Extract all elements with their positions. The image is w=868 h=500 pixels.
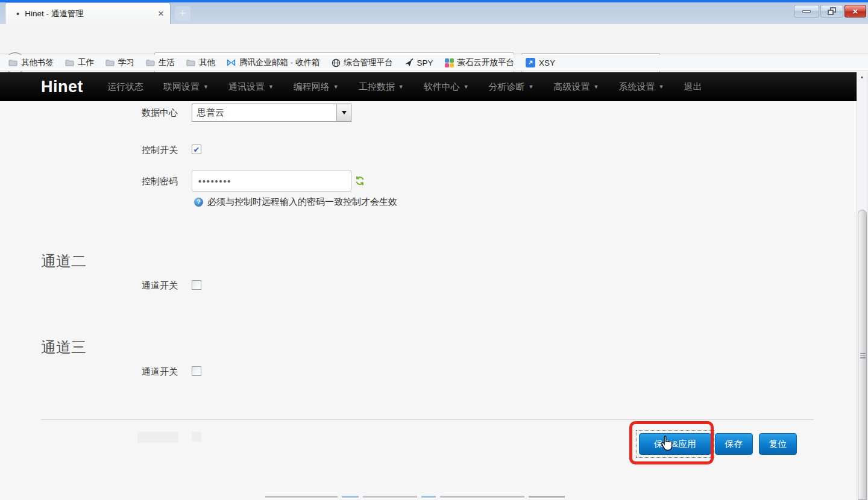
minimize-icon: [802, 10, 811, 13]
control-switch-row: 控制开关 ✔: [41, 145, 201, 156]
ghost-artifact: [192, 432, 201, 442]
nav-item-logout[interactable]: 退出: [684, 81, 702, 93]
folder-icon: [8, 59, 17, 67]
close-button[interactable]: ×: [844, 5, 866, 17]
data-center-label: 数据中心: [41, 107, 178, 119]
browser-window: • Hinet - 通道管理 × + × ← → × 192.168.9.99/…: [0, 0, 868, 500]
bookmark-folder-misc[interactable]: 其他: [186, 57, 215, 68]
bookmark-xsy[interactable]: XSY: [526, 58, 555, 67]
plane-icon: [404, 58, 414, 67]
password-help-text: 必须与控制时远程输入的密码一致控制才会生效: [207, 196, 397, 208]
nav-item-software-center[interactable]: 软件中心▼: [424, 81, 469, 93]
page-content: 数据中心 思普云 控制开关 ✔ 控制密码 •••••••• ? 必须与控制时远程…: [0, 101, 857, 500]
select-dropdown-button[interactable]: [336, 104, 351, 121]
site-navbar: Hinet 运行状态 联网设置▼ 通讯设置▼ 编程网络▼ 工控数据▼ 软件中心▼…: [0, 72, 857, 101]
footer-partial-text: [265, 496, 615, 500]
window-controls: ×: [794, 5, 866, 17]
minimize-button[interactable]: [794, 5, 819, 17]
divider: [41, 419, 814, 420]
new-tab-button[interactable]: +: [175, 6, 190, 20]
scrollbar-thumb[interactable]: [858, 210, 867, 500]
caret-down-icon: ▼: [398, 84, 404, 90]
nav-item-system-settings[interactable]: 系统设置▼: [618, 81, 664, 93]
reset-button[interactable]: 复位: [759, 433, 797, 455]
tab-close-icon[interactable]: ×: [158, 8, 164, 19]
save-button[interactable]: 保存: [715, 433, 753, 455]
browser-tab[interactable]: • Hinet - 通道管理 ×: [5, 2, 171, 24]
bookmark-tencent-mail[interactable]: 腾讯企业邮箱 - 收件箱: [227, 57, 320, 68]
control-password-row: 控制密码 ••••••••: [41, 170, 365, 192]
caret-down-icon: ▼: [658, 84, 664, 90]
channel2-switch-label: 通道开关: [41, 280, 178, 292]
ghost-artifact: [137, 432, 178, 443]
scroll-up-arrow-icon[interactable]: ▲: [857, 72, 867, 82]
restore-button[interactable]: [820, 5, 843, 17]
caret-down-icon: ▼: [268, 84, 274, 90]
nav-item-network-settings[interactable]: 联网设置▼: [163, 81, 209, 93]
bookmark-management-platform[interactable]: 综合管理平台: [332, 57, 393, 68]
bookmarks-bar: 其他书签 工作 学习 生活 其他 腾讯企业邮箱 - 收件箱 综合管理平台 SPY…: [0, 55, 868, 71]
channel3-heading: 通道三: [41, 337, 86, 357]
channel3-switch-row: 通道开关: [41, 366, 201, 378]
control-password-input[interactable]: ••••••••: [192, 170, 351, 192]
bookmark-spy[interactable]: SPY: [404, 58, 433, 67]
bookmark-folder-work[interactable]: 工作: [65, 57, 94, 68]
close-icon: ×: [853, 7, 858, 16]
nav-item-advanced-settings[interactable]: 高级设置▼: [554, 81, 599, 93]
data-center-row: 数据中心 思普云: [41, 104, 351, 122]
channel3-switch-label: 通道开关: [41, 366, 178, 378]
triangle-down-icon: [342, 111, 347, 114]
vertical-scrollbar[interactable]: ▲: [857, 72, 867, 500]
bookmark-ezviz-platform[interactable]: 萤石云开放平台: [445, 57, 515, 68]
caret-down-icon: ▼: [333, 84, 339, 90]
nav-item-run-status[interactable]: 运行状态: [107, 81, 143, 93]
folder-icon: [146, 59, 155, 67]
data-center-select[interactable]: 思普云: [192, 104, 351, 122]
navigation-toolbar: ← → × 192.168.9.99/cgi-bin/luci/;stok=48…: [0, 24, 868, 54]
arrow-square-icon: [526, 58, 535, 67]
bookmark-folder-study[interactable]: 学习: [105, 57, 134, 68]
caret-down-icon: ▼: [203, 84, 209, 90]
folder-icon: [65, 59, 74, 67]
nav-item-industrial-data[interactable]: 工控数据▼: [359, 81, 404, 93]
caret-down-icon: ▼: [594, 84, 599, 90]
nav-item-comm-settings[interactable]: 通讯设置▼: [228, 81, 274, 93]
scrollbar-grip-icon: [860, 353, 866, 360]
mail-bowtie-icon: [227, 58, 236, 67]
color-grid-icon: [445, 58, 454, 67]
control-switch-checkbox[interactable]: ✔: [192, 145, 201, 154]
folder-icon: [105, 59, 115, 67]
channel2-switch-row: 通道开关: [41, 280, 201, 292]
site-logo[interactable]: Hinet: [41, 78, 83, 96]
control-password-label: 控制密码: [41, 170, 178, 187]
bookmark-folder-other-bookmarks[interactable]: 其他书签: [8, 57, 54, 68]
password-help-row: ? 必须与控制时远程输入的密码一致控制才会生效: [194, 196, 397, 208]
channel2-heading: 通道二: [41, 251, 86, 271]
tab-favicon-dot: •: [16, 9, 19, 18]
folder-icon: [186, 59, 195, 67]
caret-down-icon: ▼: [529, 84, 534, 90]
hand-cursor-icon: [659, 434, 674, 454]
nav-item-programming-network[interactable]: 编程网络▼: [294, 81, 339, 93]
help-icon: ?: [194, 198, 203, 207]
channel2-switch-checkbox[interactable]: [192, 280, 201, 290]
tab-title: Hinet - 通道管理: [25, 8, 153, 19]
control-switch-label: 控制开关: [41, 145, 178, 156]
globe-icon: [332, 58, 341, 67]
caret-down-icon: ▼: [464, 84, 469, 90]
channel3-switch-checkbox[interactable]: [192, 366, 201, 376]
bookmark-folder-life[interactable]: 生活: [146, 57, 175, 68]
generate-password-icon[interactable]: [355, 170, 365, 188]
nav-item-diagnostics[interactable]: 分析诊断▼: [489, 81, 534, 93]
tab-bar: • Hinet - 通道管理 × + ×: [0, 2, 868, 24]
check-icon: ✔: [193, 146, 200, 154]
